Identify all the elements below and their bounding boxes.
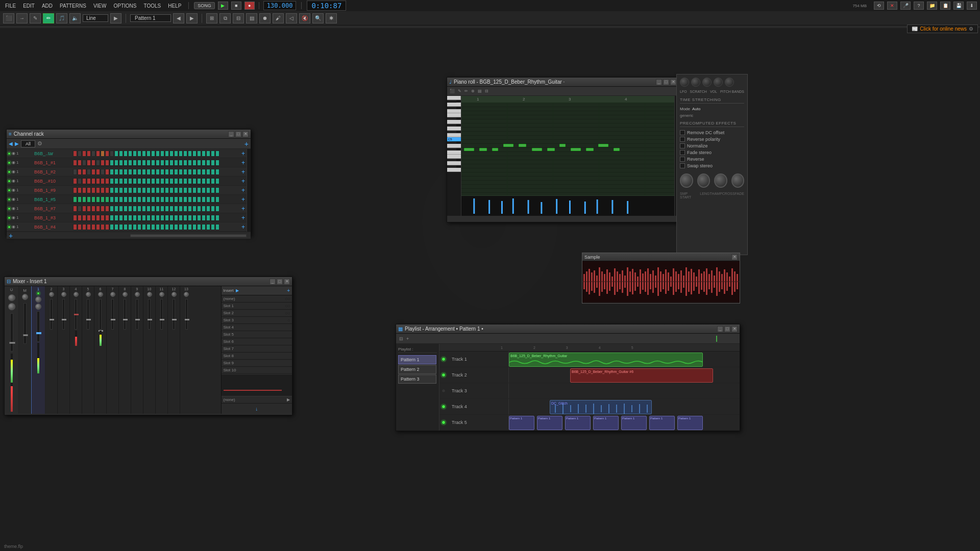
mixer-minimize[interactable]: _ [270,279,276,285]
reverse-polarity-checkbox[interactable] [680,137,685,142]
ch2-name[interactable]: B6B_1_#1 [32,160,73,165]
channel-rack-titlebar[interactable]: ≡ Channel rack _ □ ✕ [7,130,251,139]
strip12-fader[interactable] [172,319,177,320]
toolbar2-btn2[interactable]: → [16,13,28,23]
ch4-led[interactable] [8,180,11,183]
playlist-minimize[interactable]: _ [717,326,723,332]
pr-btn2[interactable]: ✎ [457,89,462,93]
pr-btn1[interactable]: ⬛ [449,89,456,93]
ch3-name[interactable]: B6B_1_#2 [32,169,73,174]
track2-led[interactable] [442,373,446,377]
strip3-fader[interactable] [62,319,66,320]
ch-filter[interactable]: All [21,140,35,147]
piano-note-1[interactable] [464,148,474,151]
toolbar-icon-5[interactable]: 📁 [927,2,937,10]
insert-slot-7[interactable]: Slot 7 [222,345,292,353]
piano-note-11[interactable] [598,144,608,147]
strip12-knob[interactable] [172,292,177,297]
track1-block[interactable]: B6B_125_D_Beber_Rhythm_Guitar [509,353,703,367]
slot2-led[interactable] [285,312,287,314]
normalize-checkbox[interactable] [680,143,685,148]
piano-note-12[interactable] [614,148,620,151]
channel-rack-maximize[interactable]: □ [235,131,241,137]
strip11-knob[interactable] [159,292,164,297]
ch2-add[interactable]: + [240,159,247,166]
ch3-add[interactable]: + [240,168,247,176]
track5-block5[interactable]: Pattern 1 [621,416,647,430]
track3-content[interactable] [509,383,740,398]
piano-note-5[interactable] [519,144,526,147]
menu-add[interactable]: ADD [40,3,55,9]
strip8-fader[interactable] [123,319,128,320]
ch6-add[interactable]: + [240,196,247,203]
stop-button[interactable]: ■ [231,2,241,10]
ch3-mute[interactable]: ◉ [12,169,15,174]
strip7-knob[interactable] [110,292,115,297]
master-knob2[interactable] [8,303,15,310]
piano-roll-grid[interactable]: 1 2 3 4 [461,96,674,216]
strip2-knob[interactable] [49,292,54,297]
insert-play-btn[interactable]: ▶ [236,288,239,293]
remove-dc-checkbox[interactable] [680,130,685,135]
strip4-fader[interactable] [74,314,79,315]
effects-knob-5[interactable] [725,78,734,87]
effects-knob-2[interactable] [691,78,700,87]
insert-slot-1[interactable]: Slot 1 [222,303,292,310]
pattern-btn-2[interactable]: Pattern 2 [398,365,436,374]
playlist-titlebar[interactable]: ▦ Playlist - Arrangement • Pattern 1 • _… [396,324,740,334]
playlist-maximize[interactable]: □ [724,326,730,332]
piano-note-4[interactable] [503,144,513,147]
insert-slot-2[interactable]: Slot 2 [222,310,292,317]
ch-prev-btn[interactable]: ◀ [9,141,13,146]
piano-roll-titlebar[interactable]: ♩ Piano roll - BGB_125_D_Beber_Rhythm_Gu… [447,78,678,87]
strip4-knob[interactable] [74,292,79,297]
toolbar-icon-6[interactable]: 📋 [940,2,950,10]
toolbar2-snap[interactable]: ⊞ [206,13,217,23]
menu-tools[interactable]: toOLS [141,3,163,9]
slot3-led[interactable] [288,319,290,321]
pr-btn3[interactable]: ✏ [463,89,469,93]
fade-stereo-checkbox[interactable] [680,150,685,155]
ch8-mute[interactable]: ◉ [12,215,15,220]
pattern-btn-3[interactable]: Pattern 3 [398,374,436,384]
main-knob-3[interactable] [714,173,727,188]
menu-edit[interactable]: EDIT [21,3,37,9]
track5-block2[interactable]: Pattern 1 [537,416,562,430]
track5-block4[interactable]: Pattern 1 [593,416,619,430]
toolbar2-group[interactable]: ▤ [246,13,257,23]
piano-note-7[interactable] [547,148,555,151]
strip11-fader[interactable] [160,319,164,320]
effects-knob-3[interactable] [702,78,712,87]
track4-block[interactable]: DC_Glitch [550,400,652,414]
ch-scroll-bar[interactable] [130,234,247,237]
channel-rack-scrollbar[interactable] [247,149,251,232]
news-settings-icon[interactable]: ⚙ [969,26,973,32]
ch2-mute[interactable]: ◉ [12,160,15,165]
ch-next-btn[interactable]: ▶ [15,141,19,146]
ch7-name[interactable]: B6B_1_#7 [32,206,73,211]
menu-patterns[interactable]: PATTERns [58,3,88,9]
toolbar2-btn1[interactable]: ⬛ [3,13,14,23]
strip1-knob[interactable] [35,296,41,303]
piano-roll-maximize[interactable]: □ [663,79,669,85]
strip1-led[interactable] [37,292,40,295]
ch6-led[interactable] [8,198,11,201]
ch4-add[interactable]: + [240,178,247,185]
strip1-fader-knob[interactable] [36,332,41,334]
track5-block1[interactable]: Pattern 1 [509,416,534,430]
mixer-maximize[interactable]: □ [277,279,283,285]
toolbar-icon-7[interactable]: 💾 [953,2,964,10]
song-mode-btn[interactable]: SONG [194,2,215,9]
strip7-fader[interactable] [111,319,115,320]
track3-led[interactable] [442,389,446,393]
insert-slot-3[interactable]: Slot 3 [222,317,292,324]
strip13-fader[interactable] [185,319,189,320]
m-knob[interactable] [22,294,28,300]
toolbar2-paint[interactable]: 🖌 [273,13,284,23]
strip10-fader[interactable] [148,319,152,320]
ch7-mute[interactable]: ◉ [12,206,15,211]
toolbar-icon-2[interactable]: ✕ [887,2,897,10]
toolbar2-erase[interactable]: ◁ [286,13,297,23]
ch-add-btn[interactable]: + [244,140,249,147]
main-knob-2[interactable] [697,173,710,188]
